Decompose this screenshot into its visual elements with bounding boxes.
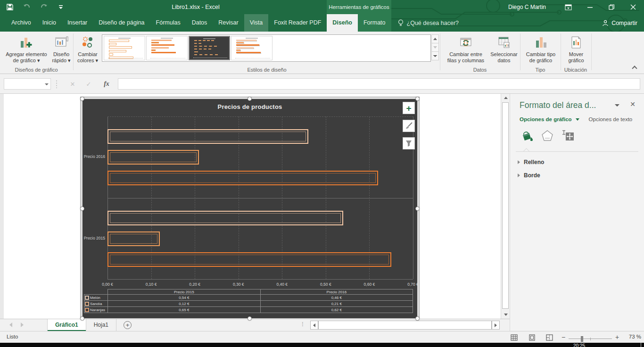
tab-vista[interactable]: Vista: [244, 14, 269, 32]
gallery-scroll-down-icon[interactable]: [431, 43, 439, 52]
sheet-tab-hoja1[interactable]: Hoja1: [86, 319, 116, 331]
resize-handle[interactable]: [80, 97, 84, 101]
tab-insertar[interactable]: Insertar: [62, 14, 93, 32]
horizontal-scroll-thumb[interactable]: [318, 321, 492, 330]
name-box[interactable]: [4, 78, 51, 90]
pane-tab-opciones-de-grafico[interactable]: Opciones de gráfico: [520, 116, 572, 122]
chart-object[interactable]: Precios de productos + Precio 2016Precio…: [83, 99, 417, 318]
chart-selection-frame[interactable]: Precios de productos + Precio 2016Precio…: [81, 97, 419, 320]
value-axis-tick: 0,60 €: [357, 282, 381, 287]
chart-style-estilo-4[interactable]: [231, 36, 272, 60]
formula-input[interactable]: [118, 78, 640, 90]
bar-melón-precio-2016[interactable]: [107, 129, 308, 144]
quick-layout-button[interactable]: Diseño rápido ▾: [50, 33, 73, 66]
filter-icon[interactable]: [403, 137, 415, 149]
horizontal-scrollbar[interactable]: [310, 321, 500, 330]
effects-pentagon-icon[interactable]: [541, 130, 553, 144]
add-chart-element-icon: [3, 35, 50, 51]
add-element-plus-icon[interactable]: +: [403, 102, 415, 114]
section-borde[interactable]: Borde: [518, 172, 540, 179]
switch-row-column-button[interactable]: Cambiar entre filas y columnas: [443, 33, 488, 66]
pane-close-icon[interactable]: ✕: [628, 100, 637, 108]
tab-revisar[interactable]: Revisar: [213, 14, 244, 32]
zoom-out-icon[interactable]: −: [560, 333, 567, 341]
tab-archivo[interactable]: Archivo: [6, 14, 37, 32]
select-data-button[interactable]: Seleccionar datos: [488, 33, 520, 66]
section-relleno[interactable]: Relleno: [518, 159, 544, 165]
scroll-right-icon[interactable]: [492, 321, 500, 330]
resize-handle[interactable]: [80, 207, 84, 211]
pane-title-dropdown-icon[interactable]: [615, 104, 619, 107]
chart-style-estilo-2[interactable]: [146, 36, 188, 60]
resize-handle[interactable]: [415, 316, 420, 321]
resize-handle[interactable]: [80, 316, 84, 321]
bar-naranjas-precio-2016[interactable]: [107, 171, 378, 185]
sheet-nav-left-icon[interactable]: [9, 322, 12, 327]
size-properties-icon[interactable]: [561, 130, 574, 144]
tell-me-box[interactable]: ¿Qué desea hacer?: [391, 14, 466, 32]
new-sheet-icon[interactable]: +: [124, 321, 132, 329]
zoom-in-icon[interactable]: +: [614, 333, 620, 341]
pane-tab-opciones-de-texto[interactable]: Opciones de texto: [589, 116, 633, 122]
cancel-icon[interactable]: ✕: [66, 78, 79, 90]
scroll-up-icon[interactable]: [501, 94, 510, 102]
sheet-nav-right-icon[interactable]: [21, 322, 24, 327]
tab-diseno-contextual[interactable]: Diseño: [327, 14, 358, 32]
fill-line-bucket-icon[interactable]: [520, 130, 534, 144]
restore-icon[interactable]: [601, 0, 622, 14]
bar-naranjas-precio-2015[interactable]: [107, 252, 391, 267]
bar-melón-precio-2015[interactable]: [107, 211, 343, 225]
zoom-slider-thumb[interactable]: [581, 336, 583, 342]
change-chart-type-button[interactable]: Cambiar tipo de gráfico: [522, 33, 560, 66]
bar-sandía-precio-2015[interactable]: [107, 231, 160, 246]
bar-sandía-precio-2016[interactable]: [107, 150, 199, 165]
redo-icon[interactable]: [39, 2, 49, 12]
scroll-down-icon[interactable]: [501, 311, 510, 319]
resize-handle[interactable]: [415, 207, 420, 211]
tab-scroll-splitter[interactable]: ⁞: [302, 321, 303, 328]
save-icon[interactable]: [5, 2, 15, 12]
tab-formulas[interactable]: Fórmulas: [150, 14, 186, 32]
resize-handle[interactable]: [248, 316, 252, 321]
share-button[interactable]: Compartir: [602, 14, 637, 32]
minimize-icon[interactable]: [579, 0, 601, 14]
move-chart-button[interactable]: Mover gráfico: [562, 33, 590, 66]
titlebar: Libro1.xlsx - Excel Herramientas de gráf…: [0, 0, 644, 14]
chart-title[interactable]: Precios de productos: [83, 103, 417, 110]
user-name[interactable]: Diego C Martin: [508, 0, 546, 14]
name-box-input[interactable]: [5, 79, 40, 89]
tab-inicio[interactable]: Inicio: [37, 14, 62, 32]
brush-style-icon[interactable]: [403, 120, 415, 132]
sheet-tab-grafico1[interactable]: Gráfico1: [47, 319, 86, 331]
tab-datos[interactable]: Datos: [186, 14, 213, 32]
change-colors-button[interactable]: Cambiar colores ▾: [75, 33, 100, 66]
chart-style-estilo-1[interactable]: [104, 36, 145, 60]
zoom-level[interactable]: 73 %: [623, 334, 641, 339]
add-chart-element-button[interactable]: Agregar elemento de gráfico ▾: [3, 33, 50, 66]
formula-bar-splitter[interactable]: [56, 80, 58, 88]
tab-foxit-reader-pdf[interactable]: Foxit Reader PDF: [268, 14, 327, 32]
gallery-scroll-up-icon[interactable]: [431, 34, 439, 43]
page-break-preview-icon[interactable]: [545, 333, 553, 341]
name-box-dropdown-icon[interactable]: [45, 83, 49, 85]
chart-style-estilo-3[interactable]: [189, 36, 230, 60]
scroll-left-icon[interactable]: [310, 321, 318, 330]
resize-handle[interactable]: [415, 97, 420, 101]
resize-handle[interactable]: [248, 97, 252, 101]
insert-function-icon[interactable]: fx: [100, 78, 113, 90]
tab-diseno-de-pagina[interactable]: Diseño de página: [93, 14, 150, 32]
vertical-scroll-thumb[interactable]: [502, 102, 509, 309]
vertical-scrollbar[interactable]: [501, 94, 510, 319]
customize-quick-access-icon[interactable]: [56, 2, 66, 12]
chart-sheet[interactable]: Precios de productos + Precio 2016Precio…: [0, 94, 501, 319]
undo-icon[interactable]: [22, 2, 32, 12]
ribbon-display-options-icon[interactable]: [557, 0, 579, 14]
normal-view-icon[interactable]: [510, 333, 518, 341]
gallery-expand-icon[interactable]: [431, 51, 439, 60]
pane-tab-dropdown-icon[interactable]: [576, 118, 579, 121]
tab-formato-contextual[interactable]: Formato: [358, 14, 391, 32]
collapse-ribbon-icon[interactable]: [632, 66, 637, 69]
close-icon[interactable]: [622, 0, 644, 14]
page-layout-icon[interactable]: [528, 333, 536, 341]
enter-check-icon[interactable]: ✓: [82, 78, 95, 90]
